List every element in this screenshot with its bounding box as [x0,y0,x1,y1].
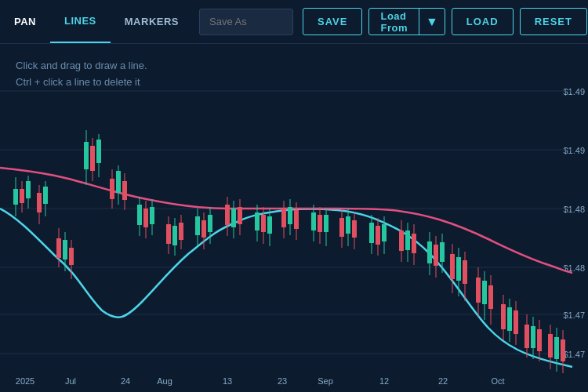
load-from-group: Load From ▼ [368,8,445,35]
svg-rect-71 [311,212,316,230]
save-button[interactable]: SAVE [303,8,362,35]
svg-rect-63 [267,216,272,234]
svg-rect-129 [561,339,565,361]
chart-svg [0,44,588,392]
svg-rect-25 [90,146,95,171]
svg-rect-35 [137,205,142,225]
svg-rect-115 [507,307,512,331]
svg-rect-77 [339,218,344,237]
hint-line2: Ctrl + click a line to delete it [16,74,147,91]
svg-rect-121 [531,326,535,348]
svg-rect-91 [405,230,410,250]
chart-area[interactable]: Click and drag to draw a line. Ctrl + cl… [0,44,588,392]
hint-line1: Click and drag to draw a line. [16,58,147,74]
svg-rect-19 [63,240,67,260]
svg-rect-45 [179,223,183,240]
svg-rect-125 [548,334,553,358]
svg-rect-15 [43,187,48,204]
svg-rect-29 [110,179,114,199]
svg-rect-81 [352,220,357,238]
svg-rect-73 [318,215,322,232]
svg-rect-89 [399,230,404,251]
svg-rect-49 [201,220,206,238]
svg-rect-37 [143,209,148,227]
svg-rect-111 [488,285,493,309]
svg-rect-43 [172,226,177,245]
svg-rect-41 [166,224,171,244]
svg-rect-105 [463,260,467,284]
svg-rect-9 [20,189,24,203]
svg-rect-13 [37,193,42,212]
svg-rect-123 [537,329,542,351]
svg-rect-109 [482,281,487,304]
svg-rect-23 [84,142,89,169]
svg-rect-119 [524,325,529,348]
svg-rect-55 [231,209,236,227]
svg-rect-117 [514,310,518,334]
svg-rect-103 [456,257,461,281]
svg-rect-31 [116,171,121,193]
svg-rect-87 [382,224,387,241]
svg-rect-21 [69,248,74,265]
svg-rect-47 [195,216,200,235]
lines-button[interactable]: LINES [50,0,111,43]
load-from-dropdown-arrow[interactable]: ▼ [419,9,445,35]
svg-rect-99 [440,242,445,262]
svg-rect-61 [261,215,266,232]
svg-rect-79 [346,216,350,234]
chart-hint: Click and drag to draw a line. Ctrl + cl… [16,58,147,91]
svg-rect-7 [13,189,18,205]
svg-rect-27 [96,140,101,163]
svg-rect-65 [281,209,286,227]
pan-button[interactable]: PAN [0,0,50,43]
svg-rect-67 [288,207,292,224]
svg-rect-17 [56,238,61,258]
svg-rect-85 [376,226,380,245]
reset-button[interactable]: RESET [520,8,587,35]
svg-rect-101 [450,254,455,279]
svg-rect-11 [26,181,31,198]
svg-rect-75 [324,215,328,232]
svg-rect-39 [150,207,154,224]
svg-rect-113 [501,304,506,329]
save-as-input[interactable] [199,9,293,35]
svg-rect-57 [238,207,242,224]
svg-rect-93 [412,234,416,253]
svg-rect-33 [122,181,127,200]
svg-rect-97 [434,245,438,266]
svg-rect-127 [554,337,559,359]
svg-rect-69 [294,210,299,229]
load-from-label[interactable]: Load From [369,9,419,35]
svg-rect-59 [255,212,260,230]
svg-rect-53 [225,205,230,225]
svg-rect-95 [427,241,432,263]
svg-rect-51 [208,215,212,232]
svg-rect-107 [476,278,481,303]
toolbar: PAN LINES MARKERS SAVE Load From ▼ LOAD … [0,0,588,44]
markers-button[interactable]: MARKERS [111,0,193,43]
load-button[interactable]: LOAD [452,8,514,35]
svg-rect-83 [369,223,374,243]
